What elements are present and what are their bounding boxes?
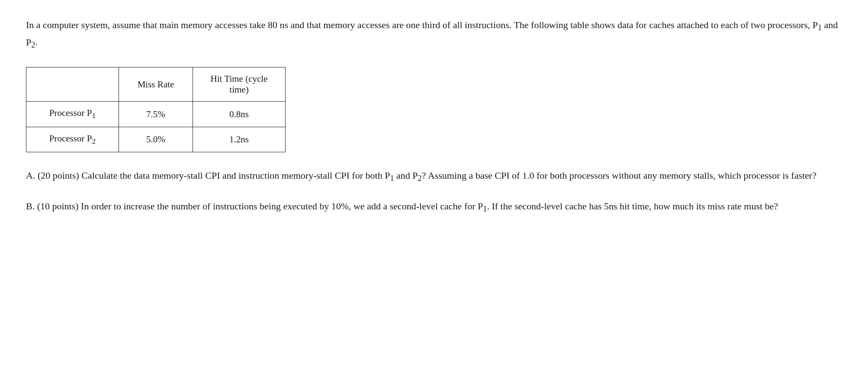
processor-p1-label: Processor P1 bbox=[26, 102, 119, 127]
header-empty-cell bbox=[26, 67, 119, 102]
page-content: In a computer system, assume that main m… bbox=[26, 17, 842, 216]
processor-p2-hit-time: 1.2ns bbox=[193, 127, 286, 152]
data-table-container: Miss Rate Hit Time (cycle time) Processo… bbox=[26, 67, 842, 152]
question-a: A. (20 points) Calculate the data memory… bbox=[26, 168, 842, 185]
processor-p2-label: Processor P2 bbox=[26, 127, 119, 152]
processor-p1-hit-time: 0.8ns bbox=[193, 102, 286, 127]
question-b: B. (10 points) In order to increase the … bbox=[26, 199, 842, 216]
table-row-p2: Processor P2 5.0% 1.2ns bbox=[26, 127, 286, 152]
hit-time-line2: time) bbox=[229, 84, 248, 95]
header-hit-time: Hit Time (cycle time) bbox=[193, 67, 286, 102]
header-miss-rate: Miss Rate bbox=[119, 67, 193, 102]
cache-data-table: Miss Rate Hit Time (cycle time) Processo… bbox=[26, 67, 286, 152]
intro-paragraph: In a computer system, assume that main m… bbox=[26, 17, 842, 51]
processor-p1-miss-rate: 7.5% bbox=[119, 102, 193, 127]
processor-p2-miss-rate: 5.0% bbox=[119, 127, 193, 152]
table-row-p1: Processor P1 7.5% 0.8ns bbox=[26, 102, 286, 127]
hit-time-line1: Hit Time (cycle bbox=[211, 74, 268, 84]
table-header-row: Miss Rate Hit Time (cycle time) bbox=[26, 67, 286, 102]
